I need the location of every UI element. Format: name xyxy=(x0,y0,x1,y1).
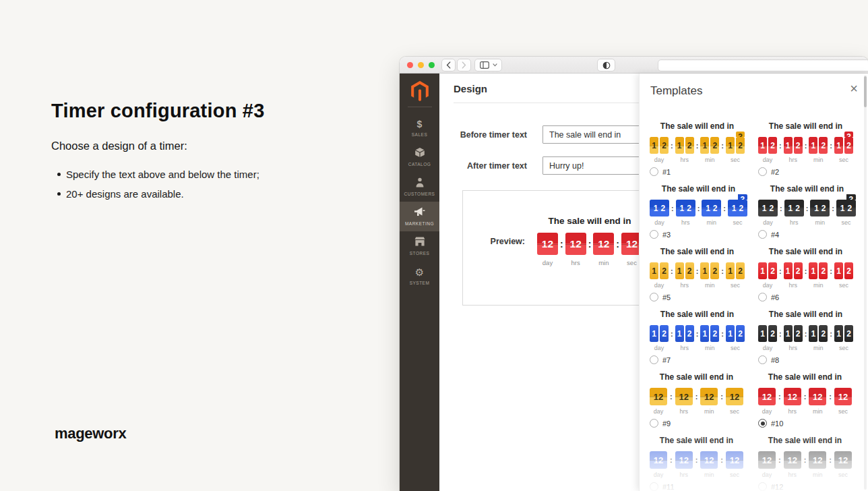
timer: 12day:12hrs:12min:12sec xyxy=(650,451,743,478)
timer-unit: 123sec xyxy=(836,200,856,226)
template-radio-12[interactable]: #12 xyxy=(758,482,852,491)
timer-digit: 2 xyxy=(736,325,745,342)
timer-colon: : xyxy=(671,200,674,216)
forward-button[interactable] xyxy=(457,59,471,71)
bullet-item: Specify the text above and below the tim… xyxy=(66,165,259,184)
close-icon[interactable]: × xyxy=(850,82,858,95)
template-radio-8[interactable]: #8 xyxy=(758,355,853,364)
close-window-button[interactable] xyxy=(407,62,413,68)
timer-digit: 2 xyxy=(819,262,828,279)
radio-button[interactable] xyxy=(758,482,767,491)
template-card: The sale will end in12day:12hrs:12min:12… xyxy=(650,310,758,364)
template-radio-2[interactable]: #2 xyxy=(758,167,853,176)
template-radio-5[interactable]: #5 xyxy=(650,293,745,301)
radio-button[interactable] xyxy=(758,167,767,176)
timer: 12day:12hrs:12min:12sec xyxy=(650,325,745,351)
template-radio-11[interactable]: #11 xyxy=(650,482,743,491)
template-card: The sale will end in12day:12hrs:12min:12… xyxy=(650,247,758,301)
timer-digit: 2 xyxy=(768,262,777,279)
timer-unit-label: min xyxy=(813,282,824,289)
timer-unit: 12hrs xyxy=(675,137,694,163)
back-button[interactable] xyxy=(441,59,456,71)
timer-unit-label: day xyxy=(763,156,773,163)
radio-button[interactable] xyxy=(650,355,658,364)
template-radio-1[interactable]: #1 xyxy=(650,167,745,176)
radio-button[interactable] xyxy=(650,482,658,491)
zoom-window-button[interactable] xyxy=(429,62,435,68)
timer-digit: 2 xyxy=(660,262,669,279)
sidebar-divider xyxy=(408,107,432,107)
timer-unit-label: hrs xyxy=(680,345,689,351)
sidebar-item-sales[interactable]: $SALES xyxy=(400,113,439,142)
magento-logo[interactable] xyxy=(410,81,429,101)
timer: 12day:12hrs:12min:12sec xyxy=(532,233,648,266)
timer-unit-label: sec xyxy=(731,156,740,163)
timer-unit-label: hrs xyxy=(680,282,689,289)
scrollbar-track[interactable] xyxy=(864,75,867,490)
sidebar-icon xyxy=(480,61,489,69)
chevron-right-icon xyxy=(462,61,466,69)
template-radio-3[interactable]: #3 xyxy=(650,230,747,239)
timer-unit: 12sec xyxy=(834,325,853,351)
timer-unit: 12hrs xyxy=(784,451,801,478)
timer-unit-label: sec xyxy=(839,156,848,163)
template-radio-7[interactable]: #7 xyxy=(650,355,745,364)
timer-value: 12 xyxy=(834,451,852,469)
timer-digit: 1 xyxy=(700,325,709,342)
radio-button[interactable] xyxy=(758,419,767,428)
radio-button[interactable] xyxy=(758,230,767,239)
timer-digit: 1 xyxy=(784,137,793,154)
preview-label: Preview: xyxy=(472,237,525,246)
timer-colon: : xyxy=(804,451,807,469)
address-bar[interactable] xyxy=(658,59,868,71)
traffic-lights xyxy=(407,62,435,68)
template-id-label: #2 xyxy=(771,168,779,176)
timer-value: 12 xyxy=(650,451,667,469)
sidebar-item-marketing[interactable]: MARKETING xyxy=(400,202,439,231)
template-id-label: #10 xyxy=(771,420,783,428)
template-radio-6[interactable]: #6 xyxy=(758,293,853,301)
sidebar-toggle-button[interactable] xyxy=(474,59,502,71)
template-timer-title: The sale will end in xyxy=(758,436,852,445)
timer-unit: 12day xyxy=(537,233,558,266)
sidebar-item-system[interactable]: ⚙SYSTEM xyxy=(400,261,439,291)
radio-button[interactable] xyxy=(650,419,658,428)
timer-unit: 12hrs xyxy=(675,262,694,289)
timer-digit: 1 xyxy=(675,325,684,342)
timer-digit: 1 xyxy=(675,262,684,279)
template-card: The sale will end in12day:12hrs:12min:12… xyxy=(758,310,868,364)
radio-button[interactable] xyxy=(758,355,767,364)
timer-digit: 1 xyxy=(784,325,793,342)
timer-digit: 2 xyxy=(794,137,803,154)
timer-unit: 123sec xyxy=(728,200,747,226)
radio-button[interactable] xyxy=(650,167,658,176)
timer-digit: 1 xyxy=(809,325,817,342)
timer-colon: : xyxy=(778,451,781,469)
timer-digit: 1 xyxy=(650,325,658,342)
minimize-window-button[interactable] xyxy=(418,62,424,68)
template-id-label: #1 xyxy=(662,168,671,176)
scrollbar-thumb[interactable] xyxy=(864,76,867,107)
template-radio-10[interactable]: #10 xyxy=(758,419,852,428)
timer-unit: 12hrs xyxy=(675,451,693,478)
timer-colon: : xyxy=(721,262,724,279)
timer: 12day:12hrs:12min:123sec xyxy=(650,137,745,163)
template-radio-4[interactable]: #4 xyxy=(758,230,856,239)
timer-unit-label: hrs xyxy=(788,345,797,351)
timer: 12day:12hrs:12min:12sec xyxy=(758,325,853,351)
radio-button[interactable] xyxy=(758,293,767,301)
timer-unit: 12min xyxy=(700,451,718,478)
template-radio-9[interactable]: #9 xyxy=(650,419,743,428)
timer-digit: 1 xyxy=(758,325,767,342)
sidebar-item-customers[interactable]: CUSTOMERS xyxy=(400,172,439,202)
sidebar-item-catalog[interactable]: CATALOG xyxy=(400,142,439,172)
radio-button[interactable] xyxy=(650,230,658,239)
radio-button[interactable] xyxy=(650,293,658,301)
sidebar-item-stores[interactable]: STORES xyxy=(400,231,439,261)
template-id-label: #3 xyxy=(662,231,671,239)
timer-digit: 2 xyxy=(794,262,803,279)
timer: 12day:12hrs:12min:12sec xyxy=(758,388,852,415)
timer-value: 12 xyxy=(726,388,743,405)
timer-value: 12 xyxy=(675,451,693,469)
page-settings-button[interactable] xyxy=(597,59,615,71)
